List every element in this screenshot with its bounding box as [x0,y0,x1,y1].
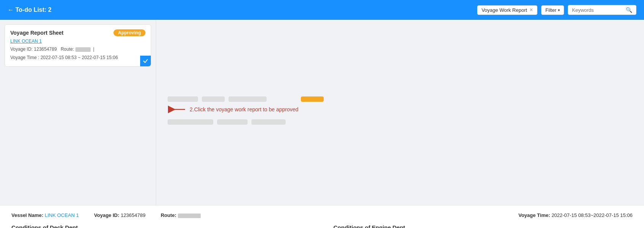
route-value-blurred [75,47,91,52]
step2-instruction: 2.Click the voyage work report to be app… [168,106,299,113]
card-title: Voyage Report Sheet [10,30,64,36]
close-filter-icon[interactable]: ✕ [529,7,533,13]
blurred-3 [229,96,267,102]
blurred-orange [301,96,324,102]
blurred-1 [168,96,198,102]
header: ← To-do List: 2 Voyage Work Report ✕ Fil… [0,0,644,20]
search-icon[interactable]: 🔍 [626,7,632,13]
vessel-name-meta: Vessel Name: LINK OCEAN 1 [11,212,79,218]
blurred-6 [251,119,286,125]
voyage-id-meta-value: 123654789 [121,212,145,218]
deck-section: Conditions of Deck Dept. Eqpt.Conditions… [11,224,311,228]
search-box: 🔍 [568,5,636,15]
blurred-4 [168,119,213,125]
voyage-time-value: 2022-07-15 08:53 ~ 2022-07-15 15:06 [40,55,118,60]
route-meta-label: Route: [161,212,176,218]
back-button[interactable]: ← To-do List: 2 [8,6,51,13]
route-meta-value-blurred [178,214,201,218]
left-panel: Voyage Report Sheet Approving LINK OCEAN… [0,20,156,205]
header-right: Voyage Work Report ✕ Filter ▾ 🔍 [477,5,636,15]
detail-section: Vessel Name: LINK OCEAN 1 Voyage ID: 123… [0,205,644,228]
main-area: Voyage Report Sheet Approving LINK OCEAN… [0,20,644,205]
step2-text: 2.Click the voyage work report to be app… [190,106,299,112]
vessel-link[interactable]: LINK OCEAN 1 [10,39,145,44]
detail-meta: Vessel Name: LINK OCEAN 1 Voyage ID: 123… [11,212,633,218]
deck-title: Conditions of Deck Dept. [11,224,311,228]
voyage-id-value: 123654789 [34,47,57,52]
vessel-name-value: LINK OCEAN 1 [45,212,79,218]
engine-section: Conditions of Engine Dept. Eqpt.Conditio… [334,224,633,228]
blurred-row-2 [168,119,286,125]
filter-tag-label: Voyage Work Report [481,7,527,13]
card-info: Voyage ID: 123654789 Route: | Voyage Tim… [10,45,145,62]
chevron-down-icon: ▾ [558,8,560,12]
filter-button[interactable]: Filter ▾ [541,5,564,15]
vessel-name-label: Vessel Name: [11,212,43,218]
blurred-2 [202,96,225,102]
voyage-card[interactable]: Voyage Report Sheet Approving LINK OCEAN… [5,24,151,67]
voyage-id-meta-label: Voyage ID: [94,212,119,218]
filter-tag[interactable]: Voyage Work Report ✕ [477,5,537,15]
card-header: Voyage Report Sheet Approving [10,29,145,36]
engine-title: Conditions of Engine Dept. [334,224,633,228]
search-input[interactable] [572,7,623,13]
voyage-time-meta: Voyage Time: 2022-07-15 08:53~2022-07-15… [518,212,633,218]
blurred-5 [217,119,248,125]
voyage-time-meta-value: 2022-07-15 08:53~2022-07-15 15:06 [551,212,633,218]
voyage-time-meta-label: Voyage Time: [518,212,550,218]
voyage-id-label: Voyage ID: [10,47,33,52]
check-badge [140,56,151,66]
right-top-panel: 2.Click the voyage work report to be app… [156,20,644,205]
voyage-id-meta: Voyage ID: 123654789 [94,212,145,218]
arrow-left-icon [168,106,186,113]
route-meta: Route: [161,212,201,218]
approving-badge: Approving [113,29,145,36]
voyage-time-label: Voyage Time : [10,55,39,60]
filter-label: Filter [545,7,556,13]
blurred-row-1 [168,96,324,102]
header-left: ← To-do List: 2 [8,6,51,13]
detail-grid: Conditions of Deck Dept. Eqpt.Conditions… [11,224,633,228]
route-label: Route: [61,47,74,52]
